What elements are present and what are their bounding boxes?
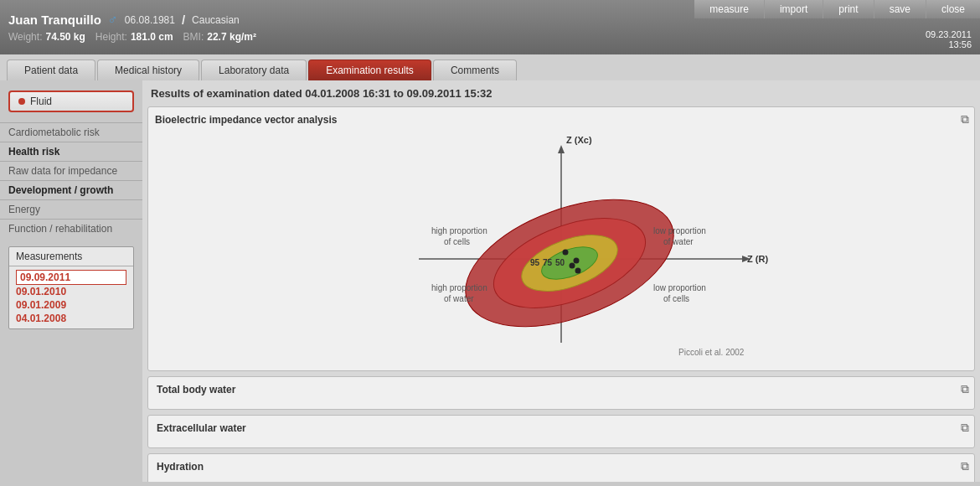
copy-icon[interactable]: ⧉ <box>961 112 969 127</box>
measurements-list: 09.09.2011 09.01.2010 09.01.2009 04.01.2… <box>9 266 133 328</box>
top-bar-actions: measure import print save close <box>694 0 980 18</box>
biva-title: Bioelectric impedance vector analysis <box>155 114 967 126</box>
svg-text:Z (Xc): Z (Xc) <box>566 135 592 145</box>
weight-value: 74.50 kg <box>45 31 85 43</box>
svg-text:high proportion: high proportion <box>431 226 487 235</box>
svg-point-9 <box>574 258 580 264</box>
svg-point-11 <box>575 268 581 274</box>
height-value: 181.0 cm <box>131 31 173 43</box>
gender-icon: ♂ <box>108 13 118 28</box>
print-button[interactable]: print <box>823 0 873 18</box>
tab-laboratory-data[interactable]: Laboratory data <box>201 59 307 80</box>
svg-text:of water: of water <box>444 294 474 303</box>
sidebar-item-energy[interactable]: Energy <box>0 199 142 219</box>
measurement-item-3[interactable]: 04.01.2008 <box>16 312 126 325</box>
svg-text:low proportion: low proportion <box>653 283 706 292</box>
close-button[interactable]: close <box>926 0 980 18</box>
biva-section: Bioelectric impedance vector analysis ⧉ <box>147 106 975 371</box>
extracellular-water-title: Extracellular water <box>157 422 966 434</box>
sidebar-item-cardiometabolic-risk[interactable]: Cardiometabolic risk <box>0 122 142 142</box>
bmi-label: BMI: <box>183 31 204 43</box>
svg-text:of cells: of cells <box>444 237 470 246</box>
sidebar-item-health-risk[interactable]: Health risk <box>0 142 142 161</box>
weight-item: Weight: 74.50 kg <box>8 31 85 43</box>
patient-name-row: Juan Tranquillo ♂ 06.08.1981 / Caucasian <box>8 13 256 28</box>
nav-tabs: Patient data Medical history Laboratory … <box>0 54 980 80</box>
biva-chart-container: 95 75 50 Z (Xc) Z (R) high proportion of… <box>155 129 967 364</box>
hydration-panel: ⧉ Hydration <box>147 453 975 482</box>
patient-dob: 06.08.1981 <box>125 14 175 26</box>
total-body-water-title: Total body water <box>157 384 966 396</box>
tab-examination-results[interactable]: Examination results <box>308 59 431 80</box>
svg-text:high proportion: high proportion <box>431 283 487 292</box>
weight-label: Weight: <box>8 31 42 43</box>
hydration-title: Hydration <box>157 461 966 473</box>
sidebar-item-development-growth[interactable]: Development / growth <box>0 180 142 199</box>
patient-info: Juan Tranquillo ♂ 06.08.1981 / Caucasian… <box>8 13 256 43</box>
measurements-title: Measurements <box>9 247 133 266</box>
datetime-line2: 13:56 <box>948 39 972 49</box>
svg-text:of cells: of cells <box>663 294 689 303</box>
main-content: Fluid Cardiometabolic risk Health risk R… <box>0 80 980 482</box>
svg-text:low proportion: low proportion <box>653 226 706 235</box>
copy-icon-hyd[interactable]: ⧉ <box>961 459 969 473</box>
sidebar-item-function-rehabilitation[interactable]: Function / rehabilitation <box>0 219 142 238</box>
sidebar: Fluid Cardiometabolic risk Health risk R… <box>0 80 142 482</box>
measure-button[interactable]: measure <box>694 0 764 18</box>
datetime-display: 09.23.2011 13:56 <box>926 29 972 49</box>
save-button[interactable]: save <box>874 0 926 18</box>
import-button[interactable]: import <box>764 0 823 18</box>
patient-name: Juan Tranquillo <box>8 13 101 27</box>
right-panel: Results of examination dated 04.01.2008 … <box>142 80 980 482</box>
svg-text:of water: of water <box>663 237 694 246</box>
tab-patient-data[interactable]: Patient data <box>7 59 95 80</box>
copy-icon-tbw[interactable]: ⧉ <box>961 382 969 396</box>
measurement-item-2[interactable]: 09.01.2009 <box>16 298 126 312</box>
svg-text:50: 50 <box>555 258 565 267</box>
patient-ethnicity: Caucasian <box>192 14 240 26</box>
fluid-label: Fluid <box>30 96 52 107</box>
svg-marker-2 <box>558 145 565 153</box>
total-body-water-panel: ⧉ Total body water <box>147 376 975 410</box>
separator: / <box>182 13 185 27</box>
patient-details-row: Weight: 74.50 kg Height: 181.0 cm BMI: 2… <box>8 31 256 43</box>
svg-text:Z (R): Z (R) <box>747 254 768 264</box>
extracellular-water-panel: ⧉ Extracellular water <box>147 415 975 448</box>
height-label: Height: <box>95 31 127 43</box>
bmi-item: BMI: 22.7 kg/m² <box>183 31 256 43</box>
svg-text:75: 75 <box>543 258 553 267</box>
copy-icon-ecw[interactable]: ⧉ <box>961 421 969 435</box>
sidebar-item-raw-data-impedance[interactable]: Raw data for impedance <box>0 161 142 180</box>
biva-svg: 95 75 50 Z (Xc) Z (R) high proportion of… <box>352 133 771 359</box>
top-bar: measure import print save close Juan Tra… <box>0 0 980 54</box>
bmi-value: 22.7 kg/m² <box>207 31 256 43</box>
tab-medical-history[interactable]: Medical history <box>97 59 199 80</box>
fluid-button[interactable]: Fluid <box>8 90 134 112</box>
measurements-box: Measurements 09.09.2011 09.01.2010 09.01… <box>8 246 134 329</box>
svg-point-8 <box>563 250 569 256</box>
height-item: Height: 181.0 cm <box>95 31 173 43</box>
datetime-line1: 09.23.2011 <box>926 29 972 39</box>
measurement-item-1[interactable]: 09.01.2010 <box>16 285 126 298</box>
measurement-item-0[interactable]: 09.09.2011 <box>16 270 126 285</box>
results-header: Results of examination dated 04.01.2008 … <box>147 85 975 101</box>
svg-point-10 <box>570 263 575 269</box>
fluid-dot <box>18 98 25 105</box>
svg-text:Piccoli et al. 2002: Piccoli et al. 2002 <box>678 348 745 357</box>
svg-text:95: 95 <box>530 258 540 267</box>
tab-comments[interactable]: Comments <box>433 59 517 80</box>
